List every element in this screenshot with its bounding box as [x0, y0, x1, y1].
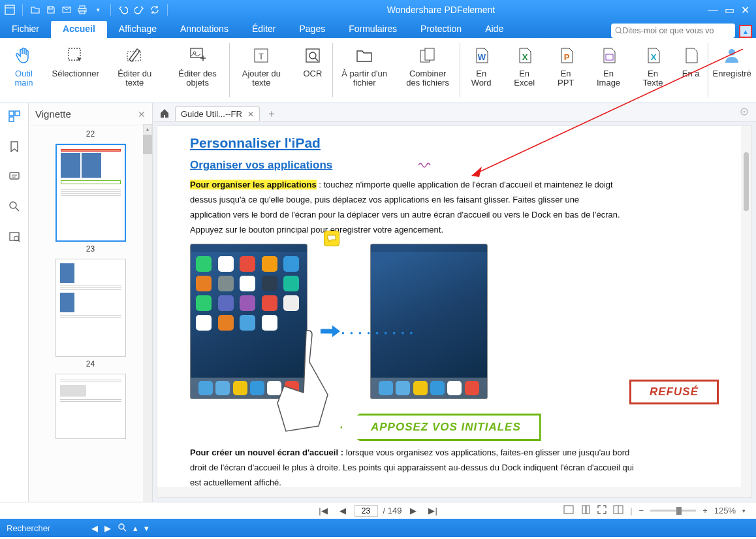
- tool-to-image[interactable]: En Image: [586, 38, 631, 103]
- thumb-23[interactable]: 23: [40, 144, 140, 253]
- find-input[interactable]: [7, 523, 85, 533]
- vertical-scrollbar[interactable]: [741, 126, 751, 497]
- save-icon[interactable]: [45, 4, 57, 16]
- wavy-underline-icon: [418, 159, 432, 169]
- document-tab[interactable]: Guide Util...--FR✕: [175, 106, 260, 121]
- redo-icon[interactable]: [133, 4, 145, 16]
- add-text-icon: T: [250, 44, 272, 67]
- close-tab-icon[interactable]: ✕: [247, 110, 254, 119]
- zoom-in-button[interactable]: +: [702, 506, 708, 515]
- search-input[interactable]: [622, 26, 731, 35]
- dotted-line-icon: ● ● ● ● ● ● ● ● ●: [341, 330, 415, 336]
- find-up-button[interactable]: ▴: [133, 523, 138, 533]
- fit-width-icon[interactable]: [563, 505, 574, 516]
- menu-fichier[interactable]: Fichier: [0, 21, 51, 38]
- find-next-icon[interactable]: ▶: [104, 523, 111, 533]
- ribbon: Outil main Sélectionner Éditer du texte …: [0, 38, 756, 103]
- tab-bookmarks[interactable]: [5, 137, 24, 155]
- doc-heading-1: Personnaliser l'iPad: [190, 135, 719, 151]
- doc-heading-2: Organiser vos applications: [190, 159, 719, 172]
- last-page-button[interactable]: ▶|: [425, 506, 440, 515]
- menu-formulaires[interactable]: Formulaires: [337, 21, 409, 38]
- fullscreen-icon[interactable]: [597, 505, 606, 516]
- reading-mode-icon[interactable]: [613, 505, 623, 516]
- panel-close-button[interactable]: ✕: [138, 109, 146, 120]
- tool-to-other[interactable]: En a: [674, 38, 708, 103]
- close-button[interactable]: ✕: [741, 4, 749, 16]
- mail-icon[interactable]: [61, 4, 72, 16]
- first-page-button[interactable]: |◀: [315, 506, 330, 515]
- svg-text:X: X: [522, 52, 528, 62]
- menu-affichage[interactable]: Affichage: [107, 21, 168, 38]
- zoom-out-button[interactable]: −: [639, 506, 644, 515]
- print-icon[interactable]: [76, 4, 88, 16]
- tell-me-search[interactable]: [611, 24, 735, 38]
- status-bar: ◀ ▶ ▴ ▾: [0, 519, 756, 537]
- menu-accueil[interactable]: Accueil: [51, 21, 107, 38]
- find-prev-icon[interactable]: ◀: [91, 523, 98, 533]
- app-menu-icon[interactable]: [4, 4, 16, 16]
- prev-page-button[interactable]: ◀: [336, 506, 349, 515]
- qat-dropdown-icon[interactable]: ▾: [92, 4, 104, 16]
- menu-editer[interactable]: Éditer: [240, 21, 288, 38]
- tool-edit-objects[interactable]: Éditer des objets: [166, 38, 229, 103]
- tool-hand[interactable]: Outil main: [0, 38, 48, 103]
- zoom-dropdown-icon[interactable]: ▾: [742, 508, 746, 514]
- page-view[interactable]: Personnaliser l'iPad Organiser vos appli…: [157, 125, 752, 498]
- tool-to-word[interactable]: WEn Word: [460, 38, 503, 103]
- tool-combine[interactable]: Combiner des fichiers: [396, 38, 460, 103]
- menu-aide[interactable]: Aide: [473, 21, 515, 38]
- thumbnails-list[interactable]: 22 23 24: [29, 125, 152, 502]
- tool-select[interactable]: Sélectionner: [48, 38, 103, 103]
- minimize-button[interactable]: —: [708, 4, 718, 16]
- undo-icon[interactable]: [118, 4, 129, 16]
- thumb-25[interactable]: [40, 374, 140, 439]
- menu-pages[interactable]: Pages: [287, 21, 337, 38]
- fit-page-icon[interactable]: [580, 505, 591, 516]
- next-page-button[interactable]: ▶: [407, 506, 420, 515]
- tool-from-file[interactable]: À partir d'un fichier: [333, 38, 396, 103]
- find-down-button[interactable]: ▾: [144, 523, 149, 533]
- add-tab-button[interactable]: ＋: [262, 107, 281, 121]
- panel-scrollbar[interactable]: ▴: [143, 124, 152, 502]
- svg-point-15: [309, 52, 316, 59]
- svg-point-43: [119, 524, 124, 529]
- account-button[interactable]: Enregistré: [708, 38, 756, 103]
- tool-add-text[interactable]: TAjouter du texte: [230, 38, 293, 103]
- stamp-initials: APPOSEZ VOS INITIALES: [340, 414, 541, 441]
- home-tab[interactable]: [157, 105, 172, 121]
- open-icon[interactable]: [29, 4, 41, 16]
- select-icon: [65, 44, 87, 67]
- tool-to-ppt[interactable]: PEn PPT: [546, 38, 586, 103]
- tab-search[interactable]: [5, 197, 24, 216]
- tab-comments[interactable]: [5, 167, 24, 186]
- image-icon: [597, 44, 620, 67]
- collapse-ribbon-button[interactable]: ▲: [739, 25, 752, 38]
- tool-edit-text[interactable]: Éditer du texte: [103, 38, 166, 103]
- zoom-slider[interactable]: [650, 510, 696, 512]
- zoom-value: 125%: [714, 506, 736, 515]
- menu-annotations[interactable]: Annotations: [168, 21, 240, 38]
- maximize-button[interactable]: ▭: [725, 4, 734, 16]
- horizontal-scrollbar[interactable]: [157, 487, 741, 497]
- thumbnails-panel: Vignette ✕ 22 23: [29, 103, 153, 502]
- view-tools: | − + 125% ▾: [563, 505, 746, 516]
- tab-settings-icon[interactable]: [739, 106, 749, 119]
- folder-icon: [353, 44, 375, 67]
- ocr-icon: [302, 44, 324, 67]
- refresh-icon[interactable]: [149, 4, 161, 16]
- find-options-icon[interactable]: [118, 523, 127, 534]
- edit-text-icon: [123, 44, 146, 67]
- tool-ocr[interactable]: OCR: [293, 38, 332, 103]
- svg-point-6: [616, 27, 621, 33]
- tool-to-excel[interactable]: XEn Excel: [503, 38, 546, 103]
- tool-to-text[interactable]: XEn Texte: [631, 38, 674, 103]
- page-number-input[interactable]: [354, 505, 378, 517]
- tab-thumbnails[interactable]: [5, 107, 24, 125]
- side-tabs: [0, 103, 29, 502]
- thumb-24[interactable]: 24: [40, 259, 140, 368]
- menu-protection[interactable]: Protection: [409, 21, 473, 38]
- tab-attachments[interactable]: [5, 227, 24, 246]
- comment-bubble-icon[interactable]: [324, 231, 339, 246]
- thumb-22[interactable]: 22: [40, 129, 140, 139]
